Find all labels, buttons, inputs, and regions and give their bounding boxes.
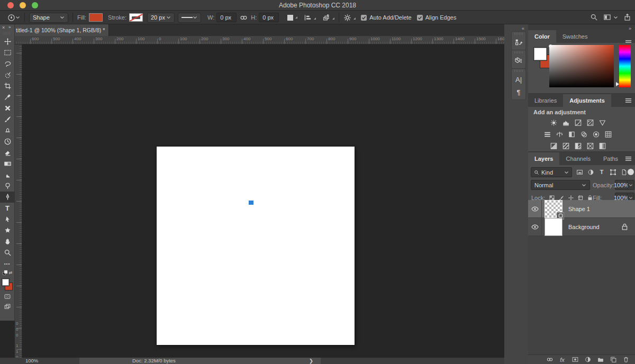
levels-adjustment-icon[interactable] [561, 119, 570, 127]
shape-layer-filter-icon[interactable] [609, 168, 617, 176]
hue-slider-marker[interactable] [616, 82, 619, 86]
eyedropper-tool-icon[interactable] [0, 92, 15, 103]
edit-toolbar-ellipsis[interactable]: ••• [0, 258, 15, 269]
threshold-adjustment-icon[interactable] [573, 142, 583, 150]
zoom-tool-icon[interactable] [0, 247, 15, 258]
expand-panels-icon[interactable]: « [522, 26, 524, 31]
shape-anchor-point[interactable] [249, 201, 253, 205]
path-operations-button[interactable] [287, 15, 297, 21]
toolbar-close-icon[interactable]: × [2, 25, 5, 30]
paragraph-panel-icon[interactable]: ¶ [517, 86, 521, 98]
tab-swatches[interactable]: Swatches [556, 30, 594, 43]
posterize-adjustment-icon[interactable] [561, 142, 570, 150]
history-brush-tool-icon[interactable] [0, 136, 15, 147]
eraser-tool-icon[interactable] [0, 147, 15, 158]
new-adjustment-icon[interactable] [584, 356, 592, 363]
layers-empty-area[interactable] [528, 236, 635, 354]
delete-layer-icon[interactable] [622, 356, 630, 363]
shape-width-input[interactable]: 0 px [216, 13, 237, 22]
hand-tool-icon[interactable] [0, 236, 15, 247]
history-panel-icon[interactable] [514, 36, 523, 49]
new-layer-icon[interactable] [609, 356, 617, 363]
adjustment-layer-filter-icon[interactable] [586, 168, 595, 176]
swap-colors-icon[interactable]: ⇄ [2, 270, 13, 276]
adjustments-panel-menu-icon[interactable] [625, 98, 632, 103]
share-icon[interactable] [623, 13, 631, 21]
tab-paths[interactable]: Paths [597, 152, 624, 165]
move-tool-icon[interactable] [0, 36, 15, 47]
layer-name[interactable]: Background [568, 224, 600, 230]
crop-tool-icon[interactable] [0, 80, 15, 92]
canvas-viewport[interactable] [0, 44, 504, 358]
pixel-layer-filter-icon[interactable] [575, 168, 584, 176]
add-mask-icon[interactable] [571, 356, 579, 363]
layer-filter-toggle[interactable] [628, 169, 634, 175]
pen-tool-icon[interactable] [0, 192, 15, 203]
hue-saturation-adjustment-icon[interactable] [543, 130, 552, 139]
tab-channels[interactable]: Channels [559, 152, 596, 165]
blend-mode-select[interactable]: Normal [531, 180, 590, 190]
hue-slider[interactable] [619, 45, 631, 87]
channel-mixer-adjustment-icon[interactable] [592, 130, 601, 139]
foreground-background-swatches[interactable] [1, 278, 14, 292]
invert-adjustment-icon[interactable] [549, 142, 558, 150]
color-balance-adjustment-icon[interactable] [555, 130, 565, 139]
link-layers-icon[interactable] [546, 356, 554, 363]
preset-chevron-icon[interactable] [15, 16, 20, 19]
align-edges-checkbox[interactable] [417, 15, 423, 21]
shape-settings-gear-button[interactable] [343, 14, 356, 22]
clone-stamp-tool-icon[interactable] [0, 125, 15, 136]
type-tool-icon[interactable]: T [0, 203, 15, 214]
tab-libraries[interactable]: Libraries [528, 94, 563, 107]
screen-mode-icon[interactable] [0, 302, 15, 312]
layer-filter-kind-select[interactable]: Kind [531, 167, 572, 177]
marquee-tool-icon[interactable] [0, 47, 15, 58]
exposure-adjustment-icon[interactable] [585, 119, 595, 127]
stroke-width-select[interactable]: 20 px [147, 13, 175, 23]
selective-color-adjustment-icon[interactable] [585, 142, 595, 150]
search-icon[interactable] [590, 13, 598, 21]
curves-adjustment-icon[interactable] [573, 119, 583, 127]
workspace-switcher-icon[interactable] [603, 13, 611, 21]
smart-object-filter-icon[interactable] [620, 168, 628, 176]
lasso-tool-icon[interactable] [0, 58, 15, 69]
horizontal-ruler[interactable]: 6005004003002001000100200300400500600700… [0, 36, 504, 44]
document-tab[interactable]: titled-1 @ 100% (Shape 1, RGB/8) * [0, 24, 109, 36]
layer-thumbnail[interactable] [545, 219, 562, 235]
layer-visibility-eye-icon[interactable] [528, 200, 542, 217]
quick-selection-tool-icon[interactable] [0, 69, 15, 80]
layer-style-fx-icon[interactable]: fx [558, 356, 566, 363]
black-white-adjustment-icon[interactable] [567, 130, 577, 139]
tool-mode-select[interactable]: Shape [29, 13, 68, 23]
vibrance-adjustment-icon[interactable] [597, 119, 607, 127]
auto-add-delete-checkbox[interactable] [361, 15, 367, 21]
layer-visibility-eye-icon[interactable] [528, 218, 542, 235]
smudge-tool-icon[interactable] [0, 169, 15, 180]
tab-adjustments[interactable]: Adjustments [563, 94, 611, 107]
foreground-color-swatch[interactable] [533, 47, 547, 61]
canvas-document[interactable] [157, 147, 355, 345]
spot-healing-tool-icon[interactable] [0, 103, 15, 114]
properties-panel-icon[interactable] [514, 54, 523, 67]
shape-height-input[interactable]: 0 px [259, 13, 279, 22]
layer-thumbnail[interactable] [545, 201, 562, 217]
path-selection-tool-icon[interactable] [0, 214, 15, 225]
gradient-map-adjustment-icon[interactable] [597, 142, 607, 150]
stroke-style-select[interactable] [178, 13, 201, 23]
new-group-icon[interactable] [596, 356, 604, 363]
vertical-ruler[interactable]: 000110 [15, 44, 22, 358]
workspace-chevron-icon[interactable] [613, 16, 618, 19]
gradient-tool-icon[interactable] [0, 158, 15, 169]
document-info-segment[interactable]: Doc: 2.32M/0 bytes ❯ [79, 358, 321, 364]
pen-tool-preset-icon[interactable] [7, 14, 15, 22]
dodge-tool-icon[interactable] [0, 180, 15, 192]
tab-color[interactable]: Color [528, 30, 556, 43]
custom-shape-tool-icon[interactable] [0, 225, 15, 236]
opacity-value-field[interactable]: 100% [615, 180, 628, 190]
toolbar-grip[interactable] [3, 32, 11, 35]
tab-layers[interactable]: Layers [528, 152, 559, 165]
saturation-brightness-field[interactable] [549, 45, 614, 87]
layer-row[interactable]: Shape 1 [528, 200, 635, 218]
color-lookup-adjustment-icon[interactable] [604, 130, 613, 139]
opacity-chevron-icon[interactable] [628, 180, 634, 190]
